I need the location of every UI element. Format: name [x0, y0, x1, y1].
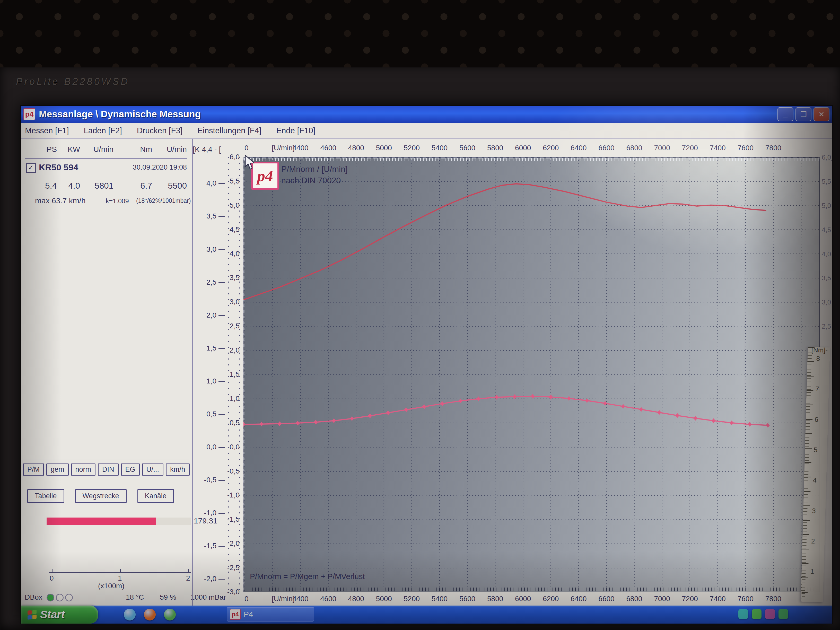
- menu-item-2[interactable]: Laden [F2]: [84, 126, 122, 135]
- x-axis-bottom-tick: 7000: [651, 595, 674, 603]
- torque-point-marker: [243, 422, 246, 427]
- series-power-curve: [243, 184, 766, 300]
- window-title: Messanlage \ Dynamische Messung: [39, 109, 201, 120]
- minimize-button[interactable]: _: [777, 107, 793, 121]
- kw-tick-mark: [218, 348, 225, 349]
- view-tab-kmh[interactable]: km/h: [166, 464, 189, 475]
- messenger-icon[interactable]: [124, 609, 136, 621]
- x-axis-bottom-tick: 7800: [762, 595, 785, 603]
- monitor-bezel: ProLite B2280WSD p4 Messanlage \ Dynamis…: [0, 68, 840, 630]
- windows-flag-icon: [28, 609, 36, 620]
- menu-item-1[interactable]: Messen [F1]: [25, 126, 69, 135]
- p4-task-label: P4: [244, 610, 253, 619]
- torque-point-marker: [748, 422, 752, 427]
- status-led-1: [47, 594, 54, 602]
- right-ps-tick-label: 4,5: [822, 226, 831, 234]
- run-kw-value: 4.0: [60, 181, 80, 191]
- kw-tick-label: 2,0: [198, 311, 216, 319]
- col-header-umin2: U/min: [156, 145, 187, 154]
- kw-tick-mark: [218, 249, 225, 250]
- run-checkbox[interactable]: ✓: [26, 163, 36, 173]
- tray-shield-icon[interactable]: [752, 609, 761, 619]
- taskbar-task-button-p4[interactable]: p4 P4: [227, 607, 314, 622]
- torque-point-marker: [693, 416, 698, 420]
- torque-point-marker: [766, 423, 770, 428]
- x-axis-top-zero: 0: [245, 144, 249, 152]
- torque-point-marker: [513, 394, 517, 399]
- view-tab-norm[interactable]: norm: [71, 464, 96, 475]
- panel-divider: [192, 139, 193, 606]
- ps-tick-label: 1,0: [221, 395, 240, 403]
- restore-button[interactable]: ❐: [796, 107, 812, 121]
- kw-tick-mark: [218, 546, 225, 546]
- firefox-icon[interactable]: [144, 609, 156, 621]
- x-axis-bottom-tick: 5400: [428, 595, 451, 603]
- media-player-icon[interactable]: [164, 609, 176, 621]
- status-led-2: [56, 594, 63, 602]
- nav-tab-tabelle[interactable]: Tabelle: [27, 489, 64, 503]
- kw-tick-label: 0,0: [198, 443, 216, 451]
- x-axis-bottom-tick: 5200: [400, 595, 423, 603]
- nav-tab-row: TabelleWegstreckeKanäle: [27, 489, 174, 503]
- tray-app-icon[interactable]: [765, 609, 775, 619]
- status-pressure: 1000 mBar: [191, 593, 226, 602]
- start-label: Start: [40, 608, 65, 621]
- distance-tick-label: 0: [50, 574, 54, 583]
- x-axis-bottom-tick: 4800: [344, 595, 368, 603]
- ps-tick-label: 0,5: [221, 419, 240, 427]
- menu-item-4[interactable]: Einstellungen [F4]: [197, 126, 261, 135]
- torque-point-marker: [639, 407, 643, 412]
- ps-tick-label: 4,0: [221, 249, 240, 258]
- x-axis-bottom-tick: 4400: [289, 595, 312, 603]
- tray-volume-icon[interactable]: [778, 609, 788, 619]
- col-header-nm: Nm: [129, 145, 152, 154]
- close-button[interactable]: ✕: [813, 107, 829, 121]
- view-tab-pm[interactable]: P/M: [23, 464, 44, 475]
- x-axis-top-tick: 5400: [428, 144, 451, 152]
- x-axis-top-tick: 7600: [734, 144, 757, 152]
- p4-task-icon: p4: [230, 609, 241, 620]
- run-nm-value: 6.7: [129, 181, 152, 191]
- run-datetime: 30.09.2020 19:08: [114, 163, 187, 171]
- kw-tick-label: -0,5: [198, 476, 216, 484]
- kw-tick-mark: [218, 447, 225, 448]
- distance-tick-label: 1: [118, 574, 122, 583]
- menu-bar: Messen [F1]Laden [F2]Drucken [F3]Einstel…: [21, 123, 832, 139]
- run-k-factor: k=1.009: [106, 197, 137, 205]
- chart-formula: P/Mnorm = P/Mgem + P/MVerlust: [250, 572, 365, 581]
- x-axis-top-tick: 6200: [539, 144, 562, 152]
- tray-network-icon[interactable]: [738, 609, 748, 619]
- nav-tab-kanäle[interactable]: Kanäle: [137, 489, 174, 503]
- nav-tab-wegstrecke[interactable]: Wegstrecke: [75, 489, 126, 503]
- nm-tick-label: 6: [815, 415, 818, 423]
- start-button[interactable]: Start: [21, 606, 98, 624]
- ps-tick-label: 2,0: [221, 346, 240, 354]
- kw-tick-mark: [218, 315, 225, 316]
- ps-tick-label: 6,0: [221, 153, 240, 161]
- kw-tick-label: 2,5: [198, 278, 216, 286]
- view-tab-din[interactable]: DIN: [98, 464, 118, 475]
- kw-tick-mark: [218, 414, 225, 415]
- window-titlebar: p4 Messanlage \ Dynamische Messung _ ❐ ✕: [21, 106, 832, 123]
- run-name[interactable]: KR50 594: [39, 163, 124, 172]
- menu-item-5[interactable]: Ende [F10]: [276, 126, 315, 135]
- nm-tick-label: 3: [812, 507, 816, 515]
- view-tab-u[interactable]: U/...: [142, 464, 164, 475]
- kw-tick-mark: [218, 183, 225, 184]
- ps-tick-label: -3,0: [221, 588, 240, 596]
- divider-line: [24, 509, 189, 509]
- x-axis-top-tick: 4600: [317, 144, 340, 152]
- kw-tick-label: 1,0: [198, 377, 216, 385]
- menu-item-3[interactable]: Drucken [F3]: [137, 126, 182, 135]
- nm-tick-label: 2: [811, 537, 815, 545]
- status-led-3: [65, 594, 73, 602]
- x-axis-top-tick: 7000: [651, 144, 674, 152]
- ps-tick-label: 2,5: [221, 322, 240, 330]
- torque-point-marker: [404, 407, 408, 412]
- kw-tick-label: 1,5: [198, 344, 216, 352]
- nm-tick-label: 4: [813, 476, 816, 484]
- view-tab-eg[interactable]: EG: [121, 464, 140, 475]
- chart-title: P/Mnorm / [U/min]: [281, 164, 348, 174]
- col-header-umin: U/min: [83, 145, 114, 154]
- view-tab-gem[interactable]: gem: [46, 464, 69, 475]
